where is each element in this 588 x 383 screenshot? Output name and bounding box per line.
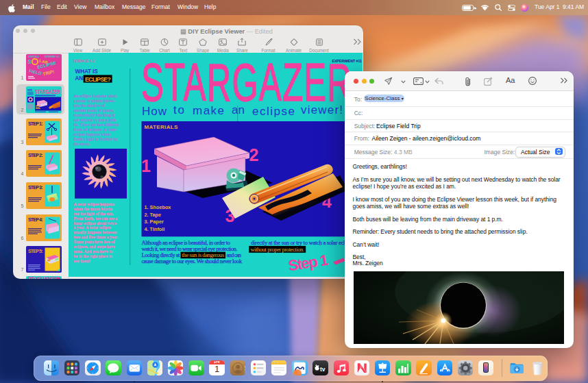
svg-text:Earth’s light is blocked by: Earth’s light is blocked by: [73, 136, 119, 141]
svg-text:SCIENCE 4.3: SCIENCE 4.3: [28, 55, 39, 58]
svg-text:1: 1: [141, 156, 151, 175]
svg-text:How: How: [142, 105, 167, 118]
svg-text:ECLIPSE?: ECLIPSE?: [85, 76, 111, 83]
svg-text:DID YOU KNOW: DID YOU KNOW: [28, 276, 59, 279]
svg-text:SCIENCE 4.3: SCIENCE 4.3: [73, 59, 95, 63]
svg-text:into the shadow of: into the shadow of: [73, 103, 106, 108]
svg-text:STARGAZER: STARGAZER: [35, 89, 60, 95]
svg-text:EXPERIMENT #11: EXPERIMENT #11: [45, 55, 60, 58]
svg-text:bit. There are two different: bit. There are two different: [73, 122, 119, 127]
svg-text:the moon.: the moon.: [73, 141, 90, 146]
svg-text:cause damage to our eyes. We s: cause damage to our eyes. We should neve…: [142, 258, 243, 264]
svg-text:1. Shoebox: 1. Shoebox: [145, 204, 171, 210]
svg-text:An eclipse happens when: An eclipse happens when: [73, 93, 117, 98]
svg-text:STEP 2:: STEP 2:: [28, 153, 43, 158]
svg-text:without proper protection.: without proper protection.: [251, 246, 305, 253]
svg-text:kinds of eclipses. A lunar: kinds of eclipses. A lunar: [73, 127, 116, 132]
svg-text:momentarily blocking it: momentarily blocking it: [73, 112, 114, 117]
svg-text:STEP 3:: STEP 3:: [28, 185, 43, 190]
svg-text:2: 2: [249, 145, 259, 164]
svg-text:MATERIALS: MATERIALS: [145, 124, 179, 130]
svg-text:Step 1: Step 1: [287, 251, 330, 275]
svg-text:2. Tape: 2. Tape: [145, 212, 162, 218]
svg-text:directly at the sun or try to: directly at the sun or try to watch a so…: [251, 239, 354, 246]
svg-text:3. Paper: 3. Paper: [145, 219, 164, 225]
svg-text:the sun is dangerous: the sun is dangerous: [182, 251, 225, 258]
svg-text:AN: AN: [75, 75, 84, 82]
svg-text:STEP 1:: STEP 1:: [28, 121, 43, 125]
svg-text:see them!: see them!: [73, 258, 90, 263]
svg-text:tv: tv: [320, 365, 326, 372]
svg-text:to: to: [173, 103, 184, 116]
svg-text:WHAT IS: WHAT IS: [75, 69, 99, 75]
svg-text:4. Tinfoil: 4. Tinfoil: [145, 226, 165, 232]
svg-text:viewer!: viewer!: [301, 103, 343, 116]
svg-text:STEP 5:: STEP 5:: [28, 248, 43, 253]
svg-text:make: make: [193, 104, 224, 117]
svg-text:an: an: [232, 103, 245, 116]
svg-text:out entirely or just a little: out entirely or just a little: [73, 117, 117, 122]
svg-text:STEP 4:: STEP 4:: [28, 217, 43, 222]
svg-text:eclipse happens when: eclipse happens when: [73, 132, 110, 136]
svg-text:eclipse: eclipse: [252, 105, 295, 118]
svg-text:another moon or planet,: another moon or planet,: [73, 108, 114, 112]
svg-text:a moon or planet moves: a moon or planet moves: [73, 98, 114, 103]
